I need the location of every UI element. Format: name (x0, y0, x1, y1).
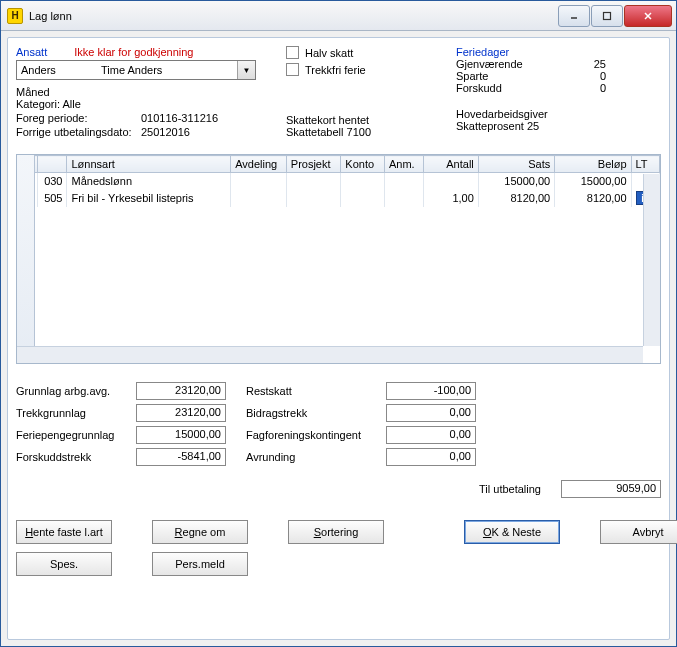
checkbox-icon (286, 46, 299, 59)
hente-faste-button[interactable]: Hente faste l.art (16, 520, 112, 544)
col-sats[interactable]: Sats (478, 156, 554, 173)
row-selector-gutter (17, 155, 35, 363)
table-row[interactable]: 505Fri bil - Yrkesebil listepris1,008120… (18, 189, 660, 207)
cell-code: 505 (37, 189, 67, 207)
horizontal-scrollbar[interactable] (17, 346, 643, 363)
cell-sats: 8120,00 (478, 189, 554, 207)
minimize-button[interactable] (558, 5, 590, 27)
skattetabell: Skattetabell 7100 (286, 126, 436, 138)
salary-grid[interactable]: Lønnsart Avdeling Prosjekt Konto Anm. An… (16, 154, 661, 364)
cell-belop: 8120,00 (555, 189, 631, 207)
pers-meld-button[interactable]: Pers.meld (152, 552, 248, 576)
trekkfri-checkbox[interactable]: Trekkfri ferie (286, 63, 436, 76)
summary-label: Feriepengegrunnlag (16, 429, 136, 441)
skatteprosent: Skatteprosent 25 (456, 120, 661, 132)
col-konto[interactable]: Konto (341, 156, 385, 173)
col-belop[interactable]: Beløp (555, 156, 631, 173)
summary-value: 0,00 (386, 404, 476, 422)
ok-neste-button[interactable]: OK & Neste (464, 520, 560, 544)
summary-label: Avrunding (246, 451, 386, 463)
foreg-label: Foreg periode: (16, 112, 141, 124)
ferie-label: Gjenværende (456, 58, 556, 70)
summary-value: -100,00 (386, 382, 476, 400)
content-panel: Ansatt Ikke klar for godkjenning Anders … (7, 37, 670, 640)
cell-belop: 15000,00 (555, 173, 631, 190)
skattekort-hentet: Skattekort hentet (286, 114, 436, 126)
col-antall[interactable]: Antall (424, 156, 479, 173)
col-prosjekt[interactable]: Prosjekt (286, 156, 341, 173)
vertical-scrollbar[interactable] (643, 174, 660, 346)
halv-skatt-label: Halv skatt (305, 47, 353, 59)
ferie-value: 0 (556, 70, 606, 82)
kategori-label: Kategori: Alle (16, 98, 266, 110)
app-icon: H (7, 8, 23, 24)
table-row[interactable]: 030Månedslønn15000,0015000,00 (18, 173, 660, 190)
col-lonnsart[interactable]: Lønnsart (67, 156, 231, 173)
employee-combo[interactable]: Anders Time Anders (16, 60, 256, 80)
employee-first: Anders (21, 64, 101, 76)
maximize-button[interactable] (591, 5, 623, 27)
summary-label: Forskuddstrekk (16, 451, 136, 463)
cell-sats: 15000,00 (478, 173, 554, 190)
ferie-value: 25 (556, 58, 606, 70)
foreg-value: 010116-311216 (141, 112, 218, 124)
window: H Lag lønn Ansatt Ikke klar for godkjenn… (0, 0, 677, 647)
payout-label: Til utbetaling (479, 483, 541, 495)
summary-value: 0,00 (386, 426, 476, 444)
summary-value: -5841,00 (136, 448, 226, 466)
cell-antall: 1,00 (424, 189, 479, 207)
col-avdeling[interactable]: Avdeling (231, 156, 287, 173)
summary-label: Trekkgrunnlag (16, 407, 136, 419)
summary-label: Bidragstrekk (246, 407, 386, 419)
forrige-label: Forrige utbetalingsdato: (16, 126, 141, 138)
ferie-value: 0 (556, 82, 606, 94)
forrige-value: 25012016 (141, 126, 190, 138)
window-title: Lag lønn (29, 10, 557, 22)
titlebar: H Lag lønn (1, 1, 676, 31)
summary-value: 15000,00 (136, 426, 226, 444)
col-anm[interactable]: Anm. (384, 156, 423, 173)
employee-last: Time Anders (101, 64, 162, 76)
halv-skatt-checkbox[interactable]: Halv skatt (286, 46, 436, 59)
cell-lonnsart: Fri bil - Yrkesebil listepris (67, 189, 231, 207)
cell-code: 030 (37, 173, 67, 190)
svg-rect-1 (604, 12, 611, 19)
close-button[interactable] (624, 5, 672, 27)
cell-lonnsart: Månedslønn (67, 173, 231, 190)
maned-label: Måned (16, 86, 266, 98)
ferie-label: Sparte (456, 70, 556, 82)
trekkfri-label: Trekkfri ferie (305, 64, 366, 76)
col-lt[interactable]: LT (631, 156, 659, 173)
regne-om-button[interactable]: Regne om (152, 520, 248, 544)
summary-label: Fagforeningskontingent (246, 429, 386, 441)
spes-button[interactable]: Spes. (16, 552, 112, 576)
ferie-label: Forskudd (456, 82, 556, 94)
summary-label: Restskatt (246, 385, 386, 397)
summary-value: 23120,00 (136, 404, 226, 422)
cell-antall (424, 173, 479, 190)
feriedager-heading: Feriedager (456, 46, 661, 58)
col-code[interactable] (37, 156, 67, 173)
summary-value: 23120,00 (136, 382, 226, 400)
status-warning: Ikke klar for godkjenning (74, 46, 193, 58)
checkbox-icon (286, 63, 299, 76)
sortering-button[interactable]: Sortering (288, 520, 384, 544)
avbryt-button[interactable]: Avbryt (600, 520, 677, 544)
summary-label: Grunnlag arbg.avg. (16, 385, 136, 397)
payout-value: 9059,00 (561, 480, 661, 498)
summary-value: 0,00 (386, 448, 476, 466)
hovedarbeidsgiver: Hovedarbeidsgiver (456, 108, 661, 120)
ansatt-label: Ansatt (16, 46, 47, 58)
chevron-down-icon (237, 61, 255, 79)
